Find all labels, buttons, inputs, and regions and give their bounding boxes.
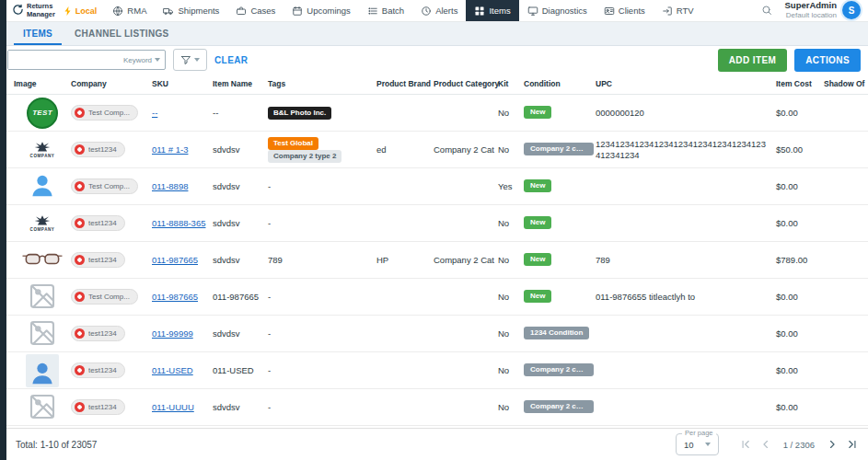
item-cost-cell: $0.00 xyxy=(776,328,824,339)
first-page-button[interactable] xyxy=(739,438,752,451)
nav-right: SuperAdmin Default location S xyxy=(761,0,868,21)
item-name-cell: sdvdsv xyxy=(213,328,268,339)
sku-link[interactable]: 011-987665 xyxy=(152,292,198,302)
tab-items[interactable]: ITEMS xyxy=(14,22,62,45)
table-row[interactable]: test1234011-UUUUsdvdsv-NoCompany 2 condi… xyxy=(6,389,868,426)
condition-badge: New xyxy=(524,290,551,303)
nav-item-batch[interactable]: Batch xyxy=(359,0,412,21)
sku-link[interactable]: 011 # 1-3 xyxy=(152,144,188,155)
table-row[interactable]: Test Comp...011-8898sdvdsv-YesNew$0.00 xyxy=(6,168,868,205)
nav-item-items[interactable]: Items xyxy=(466,0,518,21)
tag-chip: - xyxy=(268,402,271,412)
nav-item-upcomings[interactable]: Upcomings xyxy=(284,0,359,21)
company-chip[interactable]: Test Comp... xyxy=(71,178,138,194)
search-box[interactable]: Keyword xyxy=(7,50,166,70)
grid-icon xyxy=(474,6,485,17)
company-chip[interactable]: test1234 xyxy=(71,215,125,231)
column-header: Item Name xyxy=(213,79,268,88)
kit-cell: No xyxy=(498,108,524,118)
app-logo[interactable]: Returns Manager xyxy=(12,0,59,21)
table-row[interactable]: test1234011-99999sdvdsv-No1234 Condition… xyxy=(6,316,868,352)
tab-channel-listings[interactable]: CHANNEL LISTINGS xyxy=(65,22,178,45)
condition-cell: Company 2 condition xyxy=(524,143,596,157)
tags-cell: Test GlobalCompany 2 type 2 xyxy=(268,137,376,163)
item-name-cell: sdvdsv xyxy=(213,255,268,265)
condition-badge: New xyxy=(524,253,551,266)
sku-link[interactable]: -- xyxy=(152,108,157,118)
table-row[interactable]: test1234011-987665sdvdsv789HPCompany 2 C… xyxy=(6,242,868,279)
clock-icon xyxy=(421,6,432,17)
person-image-icon xyxy=(29,172,56,201)
tag-chip: Test Global xyxy=(268,137,318,150)
clients-icon xyxy=(604,6,615,17)
total-count: Total: 1-10 of 23057 xyxy=(16,440,97,450)
company-cell: test1234 xyxy=(71,326,152,341)
sku-link[interactable]: 011-USED xyxy=(152,365,193,375)
avatar[interactable]: S xyxy=(842,1,861,19)
sku-link[interactable]: 011-8898 xyxy=(152,181,188,191)
company-chip[interactable]: test1234 xyxy=(71,142,125,157)
actions-button[interactable]: ACTIONS xyxy=(794,49,861,72)
condition-badge: New xyxy=(524,179,551,192)
briefcase-icon xyxy=(236,6,247,17)
environment-badge: Local xyxy=(63,0,98,21)
company-name: Test Comp... xyxy=(88,182,130,190)
company-chip[interactable]: test1234 xyxy=(71,252,125,268)
company-chip[interactable]: Test Comp... xyxy=(71,289,138,305)
search-icon[interactable] xyxy=(761,3,772,19)
no-image-icon xyxy=(28,392,57,423)
sku-link[interactable]: 011-8888-365 xyxy=(152,218,205,228)
filter-button[interactable] xyxy=(173,49,207,71)
tags-cell: - xyxy=(268,328,376,339)
company-cell: Test Comp... xyxy=(71,105,152,121)
company-chip[interactable]: test1234 xyxy=(71,362,125,378)
tag-chip: 789 xyxy=(268,255,283,265)
kit-cell: No xyxy=(498,328,524,339)
item-name-cell: sdvdsv xyxy=(213,181,268,191)
chevron-down-icon xyxy=(194,58,200,62)
page-indicator: 1 / 2306 xyxy=(783,440,815,450)
sku-link[interactable]: 011-UUUU xyxy=(152,402,194,412)
nav-item-shipments[interactable]: Shipments xyxy=(155,0,227,21)
nav-item-alerts[interactable]: Alerts xyxy=(412,0,466,21)
company-cell: test1234 xyxy=(71,215,152,231)
table-row[interactable]: test1234011-USED011-USED-NoCompany 2 con… xyxy=(6,352,868,389)
company-chip[interactable]: Test Comp... xyxy=(71,105,138,121)
table-row[interactable]: COMPANYtest1234011 # 1-3sdvdsvTest Globa… xyxy=(6,132,868,168)
search-input[interactable] xyxy=(8,51,119,69)
sku-cell: 011-987665 xyxy=(152,292,213,302)
last-page-button[interactable] xyxy=(846,438,859,451)
item-cost-cell: $0.00 xyxy=(776,402,824,412)
company-name: test1234 xyxy=(88,403,117,411)
company-chip[interactable]: test1234 xyxy=(71,399,125,415)
tag-chip: B&L Photo Inc. xyxy=(268,107,331,120)
user-menu[interactable]: SuperAdmin Default location S xyxy=(785,1,861,19)
add-item-button[interactable]: ADD ITEM xyxy=(718,49,788,72)
table-row[interactable]: COMPANYtest1234011-8888-365sdvdsv-NoNew$… xyxy=(6,205,868,242)
filter-icon xyxy=(180,54,191,65)
previous-page-button[interactable] xyxy=(759,438,772,451)
table-row[interactable]: TESTTest Comp...----B&L Photo Inc.NoNew0… xyxy=(6,95,868,132)
company-chip[interactable]: test1234 xyxy=(71,326,125,341)
sku-link[interactable]: 011-99999 xyxy=(152,328,193,339)
condition-cell: Company 2 condition xyxy=(524,363,596,378)
truck-icon xyxy=(163,6,174,17)
nav-item-clients[interactable]: Clients xyxy=(596,0,654,21)
company-logo-icon xyxy=(75,328,85,339)
nav-item-rtv[interactable]: RTV xyxy=(654,0,702,21)
item-cost-cell: $0.00 xyxy=(776,365,824,375)
nav-item-cases[interactable]: Cases xyxy=(227,0,284,21)
keyword-select[interactable]: Keyword xyxy=(119,56,165,64)
company-cell: Test Comp... xyxy=(71,178,152,194)
sku-cell: 011 # 1-3 xyxy=(152,144,213,155)
toolbar: Keyword CLEAR ADD ITEM ACTIONS xyxy=(6,46,868,74)
company-cell: test1234 xyxy=(71,362,152,378)
table-row[interactable]: Test Comp...011-987665011-987665-NoNew01… xyxy=(6,279,868,316)
per-page-select[interactable]: Per page 10 xyxy=(676,433,719,455)
next-page-button[interactable] xyxy=(826,438,839,451)
nav-item-rma[interactable]: RMA xyxy=(104,0,155,21)
sku-link[interactable]: 011-987665 xyxy=(152,255,198,265)
clear-button[interactable]: CLEAR xyxy=(214,55,248,65)
nav-item-diagnostics[interactable]: Diagnostics xyxy=(519,0,596,21)
company-logo-icon xyxy=(75,402,85,412)
